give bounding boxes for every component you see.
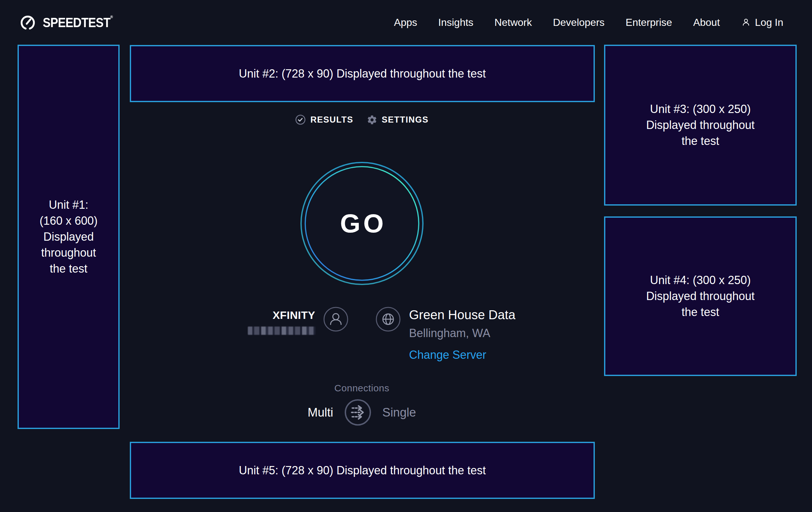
connection-info-row: XFINITY Green House Data — [120, 306, 604, 362]
logo-wordmark: SPEEDTEST® — [43, 15, 113, 30]
tab-results-label: RESULTS — [310, 115, 353, 125]
go-button[interactable]: GO — [299, 161, 425, 286]
ad-unit-1-text: Unit #1: (160 x 600) Displayed throughou… — [37, 197, 100, 277]
gear-icon — [367, 115, 377, 125]
tab-settings-label: SETTINGS — [382, 115, 429, 125]
ad-unit-1-skyscraper: Unit #1: (160 x 600) Displayed throughou… — [18, 45, 120, 429]
top-nav-bar: SPEEDTEST® Apps Insights Network Develop… — [0, 0, 812, 45]
ad-unit-5-text: Unit #5: (728 x 90) Displayed throughout… — [239, 462, 486, 479]
tab-settings[interactable]: SETTINGS — [367, 115, 429, 125]
nav-item-developers[interactable]: Developers — [553, 17, 605, 28]
login-label: Log In — [755, 17, 783, 28]
tab-results[interactable]: RESULTS — [295, 114, 353, 125]
server-info: Green House Data Bellingham, WA Change S… — [375, 306, 516, 362]
trademark-symbol: ® — [110, 15, 113, 19]
connections-toggle-icon[interactable] — [344, 399, 372, 426]
ad-unit-3-rectangle: Unit #3: (300 x 250) Displayed throughou… — [604, 45, 797, 206]
ad-unit-5-leaderboard: Unit #5: (728 x 90) Displayed throughout… — [130, 442, 595, 499]
nav-item-apps[interactable]: Apps — [394, 17, 417, 28]
connections-toggle-row: Multi Single — [308, 399, 416, 426]
nav-item-network[interactable]: Network — [494, 17, 532, 28]
nav-item-enterprise[interactable]: Enterprise — [626, 17, 672, 28]
nav-item-about[interactable]: About — [693, 17, 720, 28]
ad-unit-4-rectangle: Unit #4: (300 x 250) Displayed throughou… — [604, 216, 797, 376]
ad-unit-3-text: Unit #3: (300 x 250) Displayed throughou… — [645, 101, 756, 149]
isp-info: XFINITY — [248, 306, 349, 335]
change-server-link[interactable]: Change Server — [409, 348, 486, 362]
results-settings-tabs: RESULTS SETTINGS — [295, 114, 429, 125]
speedtest-logo[interactable]: SPEEDTEST® — [18, 12, 122, 32]
speedtest-main-panel: RESULTS SETTINGS — [120, 45, 604, 426]
login-button[interactable]: Log In — [741, 17, 783, 28]
nav-item-insights[interactable]: Insights — [438, 17, 473, 28]
check-circle-icon — [295, 114, 306, 125]
go-button-label: GO — [299, 161, 425, 286]
connections-label: Connections — [334, 383, 389, 394]
globe-icon — [375, 306, 401, 332]
ad-unit-4-text: Unit #4: (300 x 250) Displayed throughou… — [645, 272, 756, 320]
isp-name: XFINITY — [248, 309, 315, 321]
user-icon — [741, 17, 751, 27]
isp-user-icon — [323, 306, 349, 332]
connections-multi-option[interactable]: Multi — [308, 406, 333, 420]
redacted-ip-blur — [248, 327, 315, 335]
connections-single-option[interactable]: Single — [382, 406, 416, 420]
speedometer-icon — [18, 12, 38, 32]
main-nav: Apps Insights Network Developers Enterpr… — [394, 17, 783, 28]
server-name: Green House Data — [409, 308, 516, 322]
server-location: Bellingham, WA — [409, 327, 516, 340]
